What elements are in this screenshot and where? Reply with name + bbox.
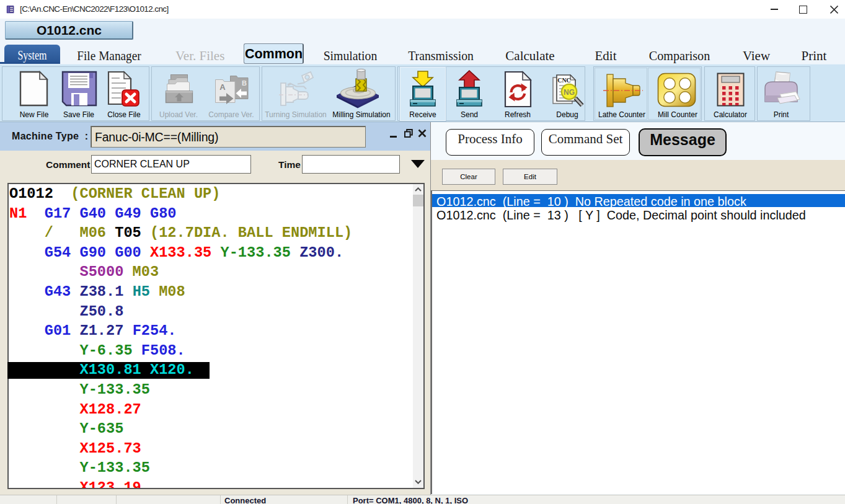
svg-text:B: B (242, 79, 247, 87)
svg-text:CNC: CNC (557, 77, 571, 84)
svg-text:A: A (219, 82, 226, 92)
svg-text:NG: NG (564, 88, 575, 97)
